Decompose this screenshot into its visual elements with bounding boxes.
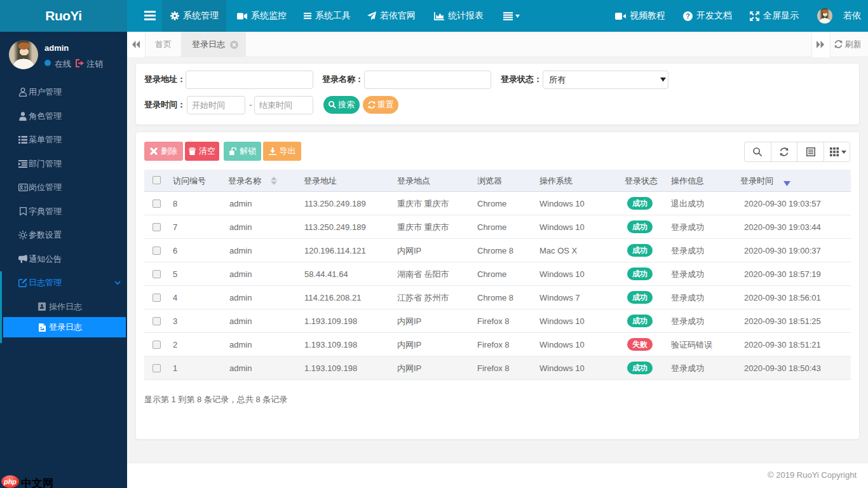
- svg-text:?: ?: [686, 12, 690, 20]
